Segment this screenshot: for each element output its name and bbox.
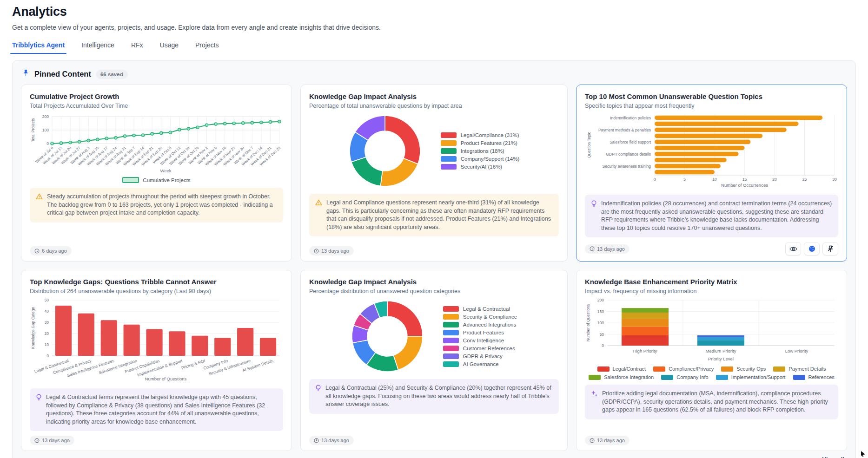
insight-text: Steady accumulation of projects througho… <box>47 193 277 217</box>
svg-text:Pricing & ROI: Pricing & ROI <box>181 358 206 370</box>
topics-barh-chart: 051015202530Indemnification policiesPaym… <box>585 112 838 190</box>
svg-text:Priority Level: Priority Level <box>708 356 734 361</box>
tab-rfx[interactable]: RFx <box>131 41 143 54</box>
timestamp-badge: 6 days ago <box>30 246 72 255</box>
clock-icon <box>590 246 595 251</box>
svg-text:Indemnification policies: Indemnification policies <box>610 116 651 120</box>
view-all-button[interactable]: View all <box>822 456 844 458</box>
card-knowledge-gap-impact[interactable]: Knowledge Gap Impact Analysis Percentage… <box>300 85 568 262</box>
svg-text:5: 5 <box>683 177 686 182</box>
pinned-content-panel: Pinned Content 66 saved Cumulative Proje… <box>12 60 856 458</box>
timestamp-badge: 13 days ago <box>309 436 354 445</box>
tab-tribblytics-agent[interactable]: Tribblytics Agent <box>12 41 65 54</box>
clock-icon <box>34 438 40 443</box>
unpin-icon <box>827 245 834 253</box>
card-subtitle: Impact vs. frequency of missing informat… <box>585 288 838 294</box>
card-footer: 6 days ago <box>30 242 283 255</box>
tab-usage[interactable]: Usage <box>160 41 179 54</box>
card-title: Top 10 Most Common Unanswerable Question… <box>585 92 838 100</box>
card-subtitle: Specific topics that appear most frequen… <box>585 103 838 109</box>
timestamp-badge: 13 days ago <box>585 244 629 254</box>
mouse-cursor <box>861 451 865 457</box>
timestamp-badge: 13 days ago <box>585 436 629 445</box>
svg-text:200: 200 <box>597 298 604 302</box>
tab-intelligence[interactable]: Intelligence <box>81 41 114 54</box>
svg-text:Medium Priority: Medium Priority <box>706 348 736 353</box>
card-footer: 13 days ago <box>585 237 838 255</box>
insight-text: Prioritize adding legal documentation (M… <box>602 390 832 414</box>
sparkles-icon <box>591 390 598 414</box>
insight-box: Legal & Contractual (25%) and Security &… <box>309 379 559 414</box>
priority-matrix-stacked-chart: 050100150200High PriorityMedium Priority… <box>585 297 838 380</box>
palette-button[interactable] <box>804 242 820 255</box>
card-actions <box>785 242 838 255</box>
insight-text: Indemnification policies (28 occurrences… <box>601 200 832 232</box>
svg-text:Knowledge Gap Catego: Knowledge Gap Catego <box>31 307 35 349</box>
card-title: Knowledge Gap Impact Analysis <box>309 92 559 100</box>
lightbulb-icon <box>315 385 321 409</box>
tab-bar: Tribblytics Agent Intelligence RFx Usage… <box>12 41 856 54</box>
tab-projects[interactable]: Projects <box>195 41 219 54</box>
insight-box: Legal & Contractual terms represent the … <box>30 388 283 431</box>
svg-text:0: 0 <box>602 343 604 348</box>
timestamp-badge: 13 days ago <box>309 246 354 255</box>
unpin-button[interactable] <box>822 242 838 255</box>
card-cumulative-project-growth[interactable]: Cumulative Project Growth Total Projects… <box>21 85 292 262</box>
svg-text:10: 10 <box>45 342 49 347</box>
eye-icon <box>789 246 797 252</box>
svg-text:10: 10 <box>712 177 717 182</box>
view-button[interactable] <box>785 242 801 255</box>
svg-text:50: 50 <box>45 298 49 302</box>
card-priority-matrix[interactable]: Knowledge Base Enhancement Priority Matr… <box>576 270 847 451</box>
card-footer: 13 days ago <box>585 431 838 445</box>
timestamp-badge: 13 days ago <box>30 436 74 445</box>
insight-text: Legal & Contractual terms represent the … <box>46 393 277 426</box>
svg-text:Number of Questions: Number of Questions <box>586 304 590 341</box>
analytics-page: Analytics Get a complete view of your ag… <box>0 0 868 458</box>
page-title: Analytics <box>12 5 856 19</box>
palette-icon <box>808 245 815 252</box>
svg-text:GDPR compliance details: GDPR compliance details <box>606 152 651 157</box>
card-footer: 13 days ago <box>309 431 559 445</box>
svg-text:Week: Week <box>160 168 171 173</box>
clock-icon <box>314 438 319 443</box>
view-all-row: View all <box>21 451 847 458</box>
svg-text:40: 40 <box>45 309 49 314</box>
svg-text:Low Priority: Low Priority <box>785 348 808 353</box>
svg-text:0: 0 <box>46 353 49 358</box>
svg-text:100: 100 <box>597 321 604 325</box>
pin-icon <box>22 69 30 79</box>
clock-icon <box>314 249 319 254</box>
card-title: Knowledge Base Enhancement Priority Matr… <box>585 278 838 286</box>
lightbulb-icon <box>36 394 42 426</box>
card-subtitle: Percentage distribution of unanswered qu… <box>309 288 559 294</box>
svg-text:50: 50 <box>600 332 604 337</box>
knowledge-gaps-bar-chart: 01020304050Legal & ContractualCompliance… <box>30 297 283 384</box>
pinned-content-header: Pinned Content 66 saved <box>21 68 847 85</box>
svg-text:0: 0 <box>46 141 49 146</box>
categories-donut-chart: Legal & ContractualSecurity & Compliance… <box>309 297 559 374</box>
page-subtitle: Get a complete view of your agents, proj… <box>12 24 856 31</box>
insight-box: Legal and Compliance questions represent… <box>309 194 559 236</box>
svg-text:Payment methods & penalties: Payment methods & penalties <box>598 128 651 132</box>
svg-text:25: 25 <box>802 177 807 182</box>
svg-text:Salesforce field support: Salesforce field support <box>610 140 651 144</box>
svg-text:Number of Questions: Number of Questions <box>145 376 187 381</box>
svg-text:30: 30 <box>45 320 49 325</box>
svg-text:High Priority: High Priority <box>633 348 657 353</box>
svg-text:Question Topic: Question Topic <box>587 131 591 158</box>
card-knowledge-gap-impact-2[interactable]: Knowledge Gap Impact Analysis Percentage… <box>300 270 568 451</box>
warning-icon <box>36 193 43 217</box>
insight-box: Prioritize adding legal documentation (M… <box>585 385 838 419</box>
svg-text:150: 150 <box>597 309 604 314</box>
card-title: Cumulative Project Growth <box>30 92 283 100</box>
card-top-unanswerable-topics[interactable]: Top 10 Most Common Unanswerable Question… <box>576 85 847 262</box>
svg-text:15: 15 <box>742 177 747 182</box>
card-top-knowledge-gaps[interactable]: Top Knowledge Gaps: Questions Tribble Ca… <box>21 270 292 451</box>
saved-count-badge: 66 saved <box>96 70 128 79</box>
insight-box: Indemnification policies (28 occurrences… <box>585 195 838 237</box>
cumulative-project-growth-chart: 0100200Week of Jul 6Week of Jul 13Week o… <box>30 112 283 183</box>
insight-text: Legal and Compliance questions represent… <box>326 199 553 231</box>
card-footer: 13 days ago <box>309 242 559 255</box>
clock-icon <box>34 249 40 254</box>
